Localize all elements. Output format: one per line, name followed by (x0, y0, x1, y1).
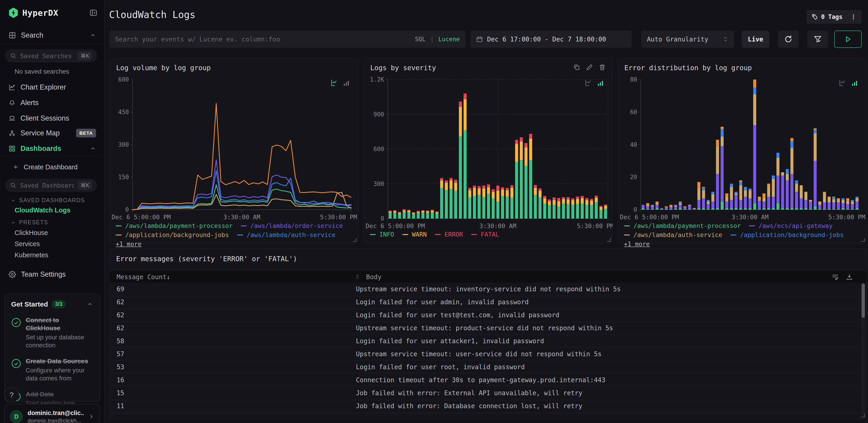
create-dashboard-button[interactable]: Create Dashboard (0, 161, 105, 174)
get-started-step[interactable]: Connect to ClickHouse Set up your databa… (11, 316, 93, 349)
download-icon[interactable] (846, 273, 853, 281)
bar-mode-icon[interactable] (597, 80, 604, 87)
resize-handle[interactable] (861, 238, 865, 242)
legend-item[interactable]: ERROR (435, 231, 463, 238)
delete-icon[interactable] (599, 64, 606, 70)
refresh-button[interactable] (778, 31, 799, 48)
line-mode-icon[interactable] (331, 79, 338, 87)
check-circle-icon (11, 317, 21, 349)
sidebar-item-kubernetes[interactable]: Kubernetes (14, 251, 48, 259)
saved-dashboards-input[interactable]: ⌘K (5, 179, 97, 192)
filter-edit-icon (813, 35, 822, 43)
bar-mode-icon[interactable] (343, 80, 350, 87)
presets-section[interactable]: PRESETS (10, 219, 48, 226)
live-button[interactable]: Live (742, 31, 769, 48)
table-row[interactable]: 16Connection timeout after 30s to paymen… (110, 373, 861, 387)
sidebar-item-dashboards[interactable]: Dashboards (0, 142, 105, 155)
lucene-mode-toggle[interactable]: Lucene (438, 36, 460, 43)
column-message-count[interactable]: Message Count↓ (110, 273, 356, 281)
saved-searches-field[interactable] (20, 52, 74, 59)
legend-item[interactable]: FATAL (471, 231, 499, 238)
brand: HyperDX (9, 6, 97, 19)
time-range-picker[interactable]: Dec 6 17:00:00 - Dec 7 18:00:00 (470, 31, 632, 48)
sidebar-item-alerts[interactable]: Alerts (0, 96, 105, 109)
svg-text:80: 80 (630, 76, 637, 83)
legend-item[interactable]: /aws/lambda/auth-service (237, 231, 335, 239)
count-cell: 62 (110, 311, 356, 319)
granularity-select[interactable]: Auto Granularity (641, 31, 734, 48)
legend-item[interactable]: INFO (370, 231, 394, 238)
sidebar-item-services[interactable]: Services (14, 240, 40, 248)
legend-item[interactable]: /application/background-jobs (731, 231, 844, 239)
legend-item[interactable]: /aws/ecs/api-gateway (749, 222, 833, 230)
event-search-input[interactable] (115, 35, 410, 43)
svg-text:20: 20 (630, 174, 637, 180)
legend-item[interactable]: WARN (402, 231, 427, 238)
run-query-button[interactable] (834, 31, 862, 48)
chevron-up-icon[interactable] (90, 32, 96, 38)
sidebar-item-chart-explorer[interactable]: Chart Explorer (0, 81, 105, 94)
legend-item[interactable]: /application/background-jobs (116, 231, 229, 239)
chevron-up-icon[interactable] (87, 301, 93, 307)
drag-handle-icon[interactable] (356, 274, 359, 279)
svg-text:60: 60 (630, 109, 637, 116)
legend-item[interactable]: /aws/lambda/payment-processor (624, 222, 741, 230)
sidebar-item-label: Service Map (21, 129, 60, 137)
sidebar-item-service-map[interactable]: Service Map BETA (0, 126, 105, 140)
sql-mode-toggle[interactable]: SQL (415, 36, 426, 43)
legend-item[interactable]: /aws/lambda/auth-service (624, 231, 722, 239)
tags-button[interactable]: 0 Tags (807, 10, 847, 24)
table-row[interactable]: 62Login failed for user test@test.com, i… (110, 309, 861, 321)
saved-searches-input[interactable]: ⌘K (5, 49, 97, 62)
column-body[interactable]: Body (356, 273, 832, 281)
legend-more-link[interactable]: +1 more (116, 240, 142, 248)
table-row[interactable]: 15Job failed with error: External API un… (110, 387, 861, 399)
table-row[interactable]: 62Upstream service timeout: product-serv… (110, 321, 861, 335)
sidebar-item-client-sessions[interactable]: Client Sessions (0, 112, 105, 125)
table-row[interactable]: 53Login failed for user root, invalid pa… (110, 361, 861, 373)
event-search-box[interactable]: SQL | Lucene (109, 31, 466, 48)
step-title: Add Data (26, 391, 54, 398)
help-button[interactable]: ? (4, 388, 19, 402)
table-row[interactable]: 57Upstream service timeout: user-service… (110, 347, 861, 361)
panel-error-distribution: Error distribution by log group 02040608… (618, 58, 867, 244)
resize-handle[interactable] (861, 414, 865, 417)
toolbar: SQL | Lucene Dec 6 17:00:00 - Dec 7 18:0… (109, 31, 861, 48)
table-row[interactable]: 69Upstream service timeout: inventory-se… (110, 283, 861, 295)
line-mode-icon[interactable] (585, 79, 592, 87)
sidebar-item-cloudwatch-logs[interactable]: CloudWatch Logs (14, 206, 70, 214)
duplicate-icon[interactable] (574, 64, 580, 70)
wrap-text-icon[interactable] (832, 273, 839, 281)
sidebar-collapse-icon[interactable] (89, 9, 97, 17)
bar-mode-icon[interactable] (851, 80, 858, 87)
saved-dashboards-field[interactable] (20, 182, 74, 189)
sidebar-item-search[interactable]: Search (0, 29, 105, 42)
get-started-step[interactable]: Create Data Sources Configure where your… (11, 357, 93, 383)
table-row[interactable]: 11Job failed with error: Database connec… (110, 399, 861, 413)
legend-item[interactable]: /aws/lambda/payment-processor (116, 222, 232, 230)
panel-title: Logs by severity (370, 64, 436, 72)
sidebar-item-clickhouse[interactable]: ClickHouse (14, 229, 48, 236)
body-cell: Login failed for user attacker1, invalid… (356, 337, 861, 345)
search-icon (10, 182, 17, 189)
resize-handle[interactable] (353, 238, 356, 242)
chevron-up-icon[interactable] (90, 145, 96, 152)
saved-dashboards-section[interactable]: SAVED DASHBOARDS (10, 197, 85, 203)
count-cell: 69 (110, 285, 356, 293)
table-row[interactable]: 62Login failed for user admin, invalid p… (110, 295, 861, 309)
step-title: Create Data Sources (26, 358, 88, 365)
resize-handle[interactable] (607, 238, 611, 242)
line-mode-icon[interactable] (839, 79, 846, 87)
edit-icon[interactable] (586, 64, 593, 70)
filter-button[interactable] (807, 31, 828, 48)
table-row[interactable]: 58Login failed for user attacker1, inval… (110, 335, 861, 347)
sidebar-item-team-settings[interactable]: Team Settings (0, 268, 105, 281)
table-scrollbar[interactable] (861, 283, 865, 415)
kebab-menu-button[interactable] (845, 10, 862, 24)
user-menu[interactable]: D dominic.tran@clic... dominic.tran@clic… (4, 404, 100, 423)
legend-more-link[interactable]: +1 more (624, 240, 650, 248)
legend-item[interactable]: /aws/lambda/order-service (241, 222, 343, 230)
body-cell: Job failed with error: External API unav… (356, 389, 861, 397)
calendar-icon (476, 36, 483, 43)
scrollbar-thumb[interactable] (862, 284, 865, 318)
